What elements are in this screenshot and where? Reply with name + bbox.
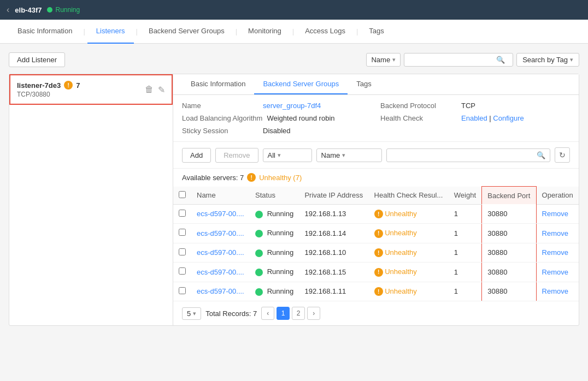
tab-access-logs[interactable]: Access Logs — [296, 20, 354, 44]
health-warning-icon: ! — [374, 210, 383, 218]
row-ip: 192.168.1.10 — [299, 243, 368, 263]
row-operation: Remove — [536, 204, 579, 224]
row-remove-link[interactable]: Remove — [542, 210, 568, 218]
row-name-link[interactable]: ecs-d597-00.... — [197, 268, 244, 276]
row-name: ecs-d597-00.... — [191, 263, 250, 282]
search-by-tag-button[interactable]: Search by Tag ▾ — [516, 53, 579, 67]
row-checkbox[interactable] — [179, 210, 186, 217]
search-input[interactable] — [409, 56, 496, 64]
tab-listeners[interactable]: Listeners — [87, 20, 134, 44]
filter-chevron-icon: ▾ — [278, 152, 281, 159]
row-checkbox[interactable] — [179, 229, 186, 236]
row-health: ! Unhealthy — [369, 204, 449, 224]
page-1-button[interactable]: 1 — [277, 307, 290, 320]
back-button[interactable]: ‹ — [7, 5, 9, 15]
left-panel: listener-7de3 ! 7 TCP/30880 🗑 ✎ — [9, 74, 173, 325]
row-health-link[interactable]: Unhealthy — [385, 210, 417, 218]
servers-info: Available servers: 7 ! Unhealthy (7) — [173, 169, 579, 186]
table-header-row: Name Status Private IP Address Health Ch… — [173, 187, 579, 205]
page-nav: ‹ 1 2 › — [261, 307, 320, 320]
row-checkbox-cell — [173, 204, 191, 224]
table-row: ecs-d597-00.... Running 192.168.1.11 ! U… — [173, 282, 579, 301]
subtab-backend-groups[interactable]: Backend Server Groups — [254, 74, 348, 94]
next-page-button[interactable]: › — [307, 307, 320, 320]
health-warning-icon: ! — [374, 229, 383, 238]
row-ip: 192.168.1.11 — [299, 282, 368, 301]
unhealthy-label: Unhealthy (7) — [259, 174, 302, 182]
delete-icon[interactable]: 🗑 — [145, 85, 154, 95]
main-content: Add Listener Name ▾ 🔍 Search by Tag ▾ — [0, 44, 588, 381]
prev-page-button[interactable]: ‹ — [261, 307, 274, 320]
edit-icon[interactable]: ✎ — [158, 85, 165, 95]
row-health: ! Unhealthy — [369, 282, 449, 301]
search-field-select[interactable]: Name ▾ — [366, 53, 401, 67]
row-status-text: Running — [267, 287, 293, 295]
listener-name: listener-7de3 ! 7 — [17, 81, 80, 90]
row-remove-link[interactable]: Remove — [542, 229, 568, 237]
sticky-session-row: Sticky Session Disabled — [182, 127, 372, 135]
refresh-button[interactable]: ↻ — [555, 147, 570, 163]
row-status-text: Running — [267, 210, 293, 218]
row-health-link[interactable]: Unhealthy — [385, 267, 417, 276]
row-remove-link[interactable]: Remove — [542, 268, 568, 276]
row-status: Running — [250, 204, 299, 224]
row-name-link[interactable]: ecs-d597-00.... — [197, 248, 244, 257]
row-ip: 192.168.1.15 — [299, 263, 368, 282]
total-records-label: Total Records: 7 — [205, 309, 257, 318]
row-backend-port: 30880 — [482, 204, 536, 224]
add-server-button[interactable]: Add — [182, 148, 211, 163]
row-remove-link[interactable]: Remove — [542, 248, 568, 257]
backend-protocol-row: Backend Protocol TCP — [380, 102, 570, 110]
health-check-configure[interactable]: Configure — [493, 114, 524, 122]
row-remove-link[interactable]: Remove — [542, 287, 568, 295]
th-health-check: Health Check Resul... — [369, 187, 449, 205]
health-check-enabled[interactable]: Enabled — [461, 114, 487, 122]
row-checkbox-cell — [173, 243, 191, 263]
backend-protocol-value: TCP — [461, 102, 475, 110]
listener-item[interactable]: listener-7de3 ! 7 TCP/30880 🗑 ✎ — [9, 74, 173, 105]
unhealthy-link[interactable]: Unhealthy (7) — [259, 174, 302, 182]
server-search-input[interactable] — [391, 151, 537, 159]
running-icon — [255, 288, 263, 296]
name-filter-select[interactable]: Name ▾ — [316, 148, 382, 162]
name-value[interactable]: server_group-7df4 — [263, 102, 321, 110]
row-checkbox[interactable] — [179, 287, 186, 294]
subtab-basic-info[interactable]: Basic Information — [182, 74, 254, 94]
servers-warning-icon: ! — [247, 173, 256, 182]
page-size-select[interactable]: 5 ▾ — [182, 307, 201, 320]
row-name-link[interactable]: ecs-d597-00.... — [197, 210, 244, 218]
row-backend-port: 30880 — [482, 243, 536, 263]
tab-backend-server-groups[interactable]: Backend Server Groups — [140, 20, 233, 44]
row-health-link[interactable]: Unhealthy — [385, 248, 417, 257]
row-name: ecs-d597-00.... — [191, 282, 250, 301]
row-checkbox[interactable] — [179, 248, 186, 255]
sub-tabs: Basic Information Backend Server Groups … — [173, 74, 579, 95]
right-panel: Basic Information Backend Server Groups … — [173, 74, 579, 325]
row-health-link[interactable]: Unhealthy — [385, 287, 417, 295]
page-2-button[interactable]: 2 — [292, 307, 305, 320]
tab-monitoring[interactable]: Monitoring — [239, 20, 290, 44]
add-listener-button[interactable]: Add Listener — [9, 52, 65, 67]
tab-tags[interactable]: Tags — [360, 20, 392, 44]
nav-divider-4: | — [290, 27, 296, 35]
th-weight: Weight — [449, 187, 482, 205]
page-size-value: 5 — [187, 309, 191, 318]
row-ip: 192.168.1.13 — [299, 204, 368, 224]
row-status: Running — [250, 282, 299, 301]
load-balancing-row: Load Balancing Algorithm Weighted round … — [182, 114, 372, 122]
warning-icon: ! — [64, 81, 73, 90]
listener-protocol: TCP/30880 — [17, 91, 80, 98]
th-status: Status — [250, 187, 299, 205]
row-name-link[interactable]: ecs-d597-00.... — [197, 287, 244, 295]
row-status: Running — [250, 263, 299, 282]
remove-server-button[interactable]: Remove — [215, 148, 258, 163]
row-checkbox[interactable] — [179, 267, 186, 275]
filter-select[interactable]: All ▾ — [263, 148, 312, 162]
running-icon — [255, 211, 263, 218]
tab-basic-information[interactable]: Basic Information — [9, 20, 81, 44]
subtab-tags[interactable]: Tags — [348, 74, 380, 94]
running-icon — [255, 249, 263, 257]
select-all-checkbox[interactable] — [179, 191, 186, 198]
row-name-link[interactable]: ecs-d597-00.... — [197, 229, 244, 237]
row-health-link[interactable]: Unhealthy — [385, 229, 417, 237]
